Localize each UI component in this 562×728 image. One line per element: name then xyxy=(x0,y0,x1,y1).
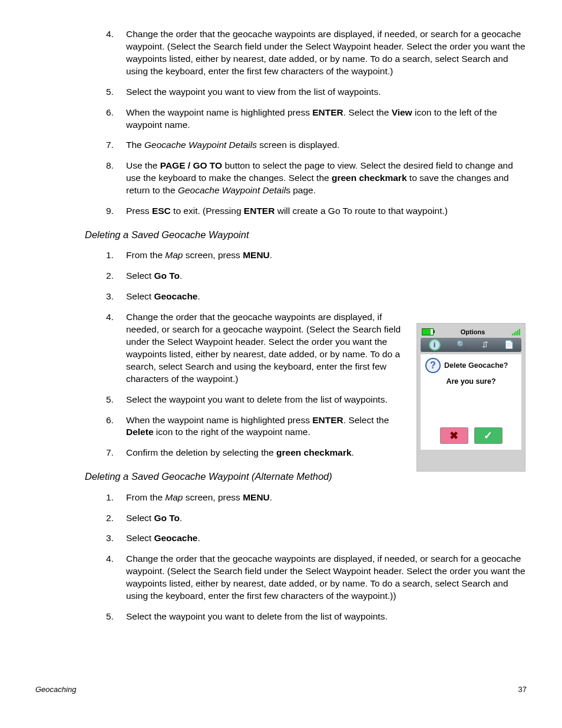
confirm-button[interactable]: ✓ xyxy=(474,427,503,444)
list-number: 6. xyxy=(106,414,126,427)
list-item: 9.Press ESC to exit. (Pressing ENTER wil… xyxy=(85,205,527,218)
list-icon: 📄 xyxy=(504,340,514,350)
list-body: Use the PAGE / GO TO button to select th… xyxy=(126,160,527,197)
list-number: 5. xyxy=(106,86,126,98)
list-item: 7.The Geocache Waypoint Details screen i… xyxy=(85,139,527,151)
list-number: 6. xyxy=(106,107,126,119)
list-item: 4.Change the order that the geocache way… xyxy=(85,28,527,78)
list-body: Select the waypoint you want to view fro… xyxy=(126,86,527,98)
footer-section: Geocaching xyxy=(35,684,76,695)
footer-page-number: 37 xyxy=(518,684,527,695)
list-body: Change the order that the geocache waypo… xyxy=(126,28,527,78)
signal-icon xyxy=(512,328,520,335)
list-item: 4.Change the order that the geocache way… xyxy=(85,553,527,602)
list-body: Select Go To. xyxy=(126,270,409,282)
heading-deleting-alt: Deleting a Saved Geocache Waypoint (Alte… xyxy=(85,470,527,483)
device-options-label: Options xyxy=(461,328,485,337)
list-number: 7. xyxy=(106,139,126,151)
list-item: 1.From the Map screen, press MENU. xyxy=(85,249,527,262)
list-number: 2. xyxy=(106,512,126,525)
confirm-dialog: ? Delete Geocache? Are you sure? ✖ ✓ xyxy=(421,354,521,450)
page-footer: Geocaching 37 xyxy=(35,684,527,695)
list-number: 9. xyxy=(106,205,126,218)
list-number: 4. xyxy=(106,311,126,324)
list-number: 5. xyxy=(106,611,126,623)
list-item: 2.Select Go To. xyxy=(85,270,527,282)
list-item: 6.When the waypoint name is highlighted … xyxy=(85,107,527,131)
list-body: Select the waypoint you want to delete f… xyxy=(126,394,409,406)
list-body: Confirm the deletion by selecting the gr… xyxy=(126,447,409,459)
dialog-question: Are you sure? xyxy=(423,377,519,387)
heading-deleting: Deleting a Saved Geocache Waypoint xyxy=(85,228,527,241)
list-number: 4. xyxy=(106,28,126,41)
battery-icon xyxy=(422,328,434,335)
list-body: Select Geocache. xyxy=(126,532,527,545)
list-number: 2. xyxy=(106,270,126,282)
list-body: From the Map screen, press MENU. xyxy=(126,249,409,262)
list-body: Select Geocache. xyxy=(126,291,409,303)
info-icon: i xyxy=(429,339,441,351)
list-body: Change the order that the geocache waypo… xyxy=(126,553,527,602)
list-number: 3. xyxy=(106,532,126,545)
list-number: 8. xyxy=(106,160,126,172)
list-number: 1. xyxy=(106,492,126,504)
list-body: When the waypoint name is highlighted pr… xyxy=(126,414,409,439)
cancel-button[interactable]: ✖ xyxy=(440,427,468,444)
device-figure: Options i 🔍 ⇵ 📄 ? Delete Geocache? Are y… xyxy=(416,323,525,472)
dialog-title: Delete Geocache? xyxy=(444,361,508,371)
sort-icon: ⇵ xyxy=(482,340,488,350)
steps-deleting-alt: 1.From the Map screen, press MENU.2.Sele… xyxy=(85,492,527,623)
list-number: 4. xyxy=(106,553,126,565)
list-body: From the Map screen, press MENU. xyxy=(126,492,527,504)
steps-continued: 4.Change the order that the geocache way… xyxy=(85,28,527,218)
list-body: The Geocache Waypoint Details screen is … xyxy=(126,139,527,151)
list-item: 3.Select Geocache. xyxy=(85,291,527,303)
list-body: Press ESC to exit. (Pressing ENTER will … xyxy=(126,205,527,218)
question-icon: ? xyxy=(425,358,441,373)
list-item: 3.Select Geocache. xyxy=(85,532,527,545)
list-number: 3. xyxy=(106,291,126,303)
list-number: 1. xyxy=(106,249,126,262)
list-body: When the waypoint name is highlighted pr… xyxy=(126,107,527,131)
magnifier-icon: 🔍 xyxy=(457,340,466,350)
list-item: 5.Select the waypoint you want to view f… xyxy=(85,86,527,98)
list-item: 1.From the Map screen, press MENU. xyxy=(85,492,527,504)
list-body: Select Go To. xyxy=(126,512,527,525)
list-body: Change the order that the geocache waypo… xyxy=(126,311,409,386)
list-item: 5.Select the waypoint you want to delete… xyxy=(85,611,527,623)
list-number: 5. xyxy=(106,394,126,406)
list-item: 2.Select Go To. xyxy=(85,512,527,525)
device-toolbar: i 🔍 ⇵ 📄 xyxy=(421,338,521,352)
list-body: Select the waypoint you want to delete f… xyxy=(126,611,527,623)
list-item: 8.Use the PAGE / GO TO button to select … xyxy=(85,160,527,197)
list-number: 7. xyxy=(106,447,126,459)
